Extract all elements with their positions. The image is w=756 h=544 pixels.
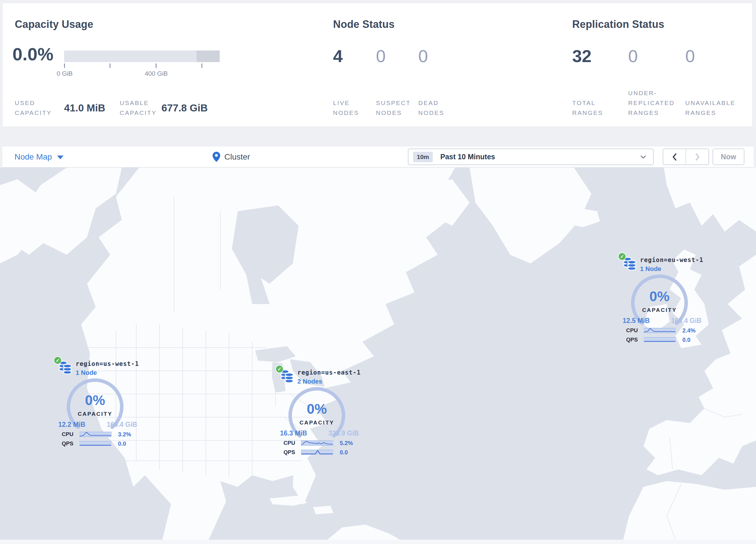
capacity-usage-title: Capacity Usage	[15, 18, 93, 30]
node-status-title: Node Status	[333, 18, 395, 30]
cpu-value: 2.4%	[682, 327, 696, 334]
cpu-sparkline	[644, 328, 676, 333]
capacity-gauge-label: CAPACITY	[54, 411, 137, 417]
time-step-control	[663, 148, 709, 165]
summary-bar: Capacity Usage 0.0% 0 GiB 400 GiB USED C…	[2, 3, 753, 127]
region-node-count: 1 Node	[640, 265, 661, 273]
region-marker-us-east-1[interactable]: ✓ region=us-east-1 2 Nodes 0% CAPACITY 1…	[275, 365, 362, 458]
live-nodes-count: 4	[333, 46, 343, 66]
capacity-gauge-percent: 0%	[275, 401, 358, 417]
suspect-nodes-label: SUSPECT NODES	[376, 98, 411, 118]
now-button[interactable]: Now	[713, 148, 744, 165]
capacity-tick-400: 400 GiB	[145, 70, 168, 77]
node-map: ✓ region=us-west-1 1 Node 0% CAPACITY 12…	[0, 168, 756, 540]
world-map	[0, 168, 756, 540]
check-circle-icon: ✓	[275, 365, 283, 373]
capacity-gauge-percent: 0%	[618, 289, 701, 304]
qps-value: 0.0	[340, 449, 348, 456]
map-pin-icon	[212, 152, 220, 162]
region-node-count: 2 Nodes	[297, 378, 322, 385]
cpu-sparkline	[301, 440, 333, 446]
time-window-badge: 10m	[413, 152, 433, 162]
region-node-count: 1 Node	[76, 369, 97, 377]
usable-capacity-label: USABLE CAPACITY	[120, 98, 157, 118]
used-capacity-value: 41.0 MiB	[64, 102, 105, 114]
view-selector-dropdown[interactable]: Node Map	[14, 146, 63, 167]
check-circle-icon: ✓	[618, 252, 626, 260]
prev-time-button[interactable]	[663, 149, 686, 164]
capacity-gauge-label: CAPACITY	[618, 307, 701, 313]
capacity-gauge-label: CAPACITY	[275, 420, 358, 426]
cpu-label: CPU	[626, 327, 642, 334]
total-ranges-label: TOTAL RANGES	[572, 98, 603, 118]
capacity-percent: 0.0%	[12, 44, 53, 64]
usable-capacity-value: 677.8 GiB	[161, 102, 208, 114]
qps-value: 0.0	[118, 440, 126, 447]
map-toolbar: Node Map Cluster 10m Past 10 Minutes Now	[2, 146, 754, 168]
qps-sparkline	[644, 337, 676, 343]
region-marker-eu-west-1[interactable]: ✓ region=eu-west-1 1 Node 0% CAPACITY 12…	[618, 252, 705, 345]
qps-label: QPS	[283, 449, 300, 456]
region-total-capacity: 338.9 GiB	[328, 429, 359, 437]
unavailable-count: 0	[685, 46, 695, 66]
suspect-nodes-count: 0	[376, 46, 386, 66]
qps-sparkline	[301, 449, 333, 455]
cpu-sparkline	[79, 431, 112, 437]
next-time-button[interactable]	[686, 149, 708, 164]
region-used-capacity: 12.5 MiB	[623, 317, 650, 325]
capacity-bar-reserved	[197, 50, 220, 62]
capacity-tick-0: 0 GiB	[57, 70, 72, 77]
time-window-dropdown[interactable]: 10m Past 10 Minutes	[408, 148, 654, 165]
capacity-bar	[64, 50, 220, 62]
view-selector-label: Node Map	[14, 152, 52, 162]
qps-sparkline	[79, 441, 112, 447]
region-name: region=eu-west-1	[640, 256, 703, 263]
under-replicated-label: UNDER- REPLICATED RANGES	[628, 88, 675, 118]
region-used-capacity: 16.3 MiB	[280, 429, 307, 437]
time-window-label: Past 10 Minutes	[440, 153, 495, 161]
chevron-right-icon	[695, 153, 700, 161]
used-capacity-label: USED CAPACITY	[15, 98, 52, 118]
dead-nodes-label: DEAD NODES	[418, 98, 444, 118]
cpu-value: 5.2%	[340, 440, 353, 447]
cpu-value: 3.2%	[118, 431, 131, 438]
check-circle-icon: ✓	[54, 356, 62, 365]
chevron-down-icon	[57, 155, 63, 159]
cpu-label: CPU	[283, 440, 300, 446]
qps-label: QPS	[62, 440, 78, 447]
region-marker-us-west-1[interactable]: ✓ region=us-west-1 1 Node 0% CAPACITY 12…	[54, 356, 141, 449]
breadcrumb[interactable]: Cluster	[212, 146, 250, 167]
dead-nodes-count: 0	[418, 46, 428, 66]
region-name: region=us-east-1	[297, 369, 361, 376]
chevron-left-icon	[672, 153, 677, 161]
total-ranges-count: 32	[572, 46, 592, 66]
capacity-gauge-percent: 0%	[54, 392, 137, 408]
breadcrumb-label: Cluster	[224, 152, 250, 162]
page-bottom-strip	[0, 540, 756, 544]
qps-value: 0.0	[682, 337, 690, 343]
chevron-down-icon	[640, 155, 646, 159]
region-name: region=us-west-1	[76, 360, 139, 367]
unavailable-label: UNAVAILABLE RANGES	[685, 98, 735, 118]
replication-status-title: Replication Status	[572, 18, 664, 30]
cpu-label: CPU	[62, 431, 78, 438]
under-replicated-count: 0	[628, 46, 638, 66]
region-used-capacity: 12.2 MiB	[58, 421, 85, 429]
region-total-capacity: 169.4 GiB	[107, 421, 137, 429]
region-total-capacity: 169.4 GiB	[671, 317, 702, 325]
live-nodes-label: LIVE NODES	[333, 98, 359, 118]
qps-label: QPS	[626, 337, 642, 343]
